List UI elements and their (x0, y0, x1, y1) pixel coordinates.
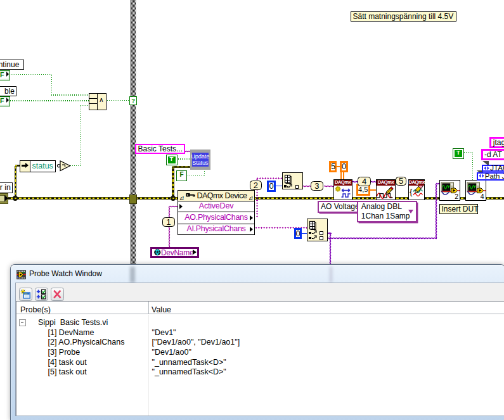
svg-text:{: { (410, 187, 413, 196)
